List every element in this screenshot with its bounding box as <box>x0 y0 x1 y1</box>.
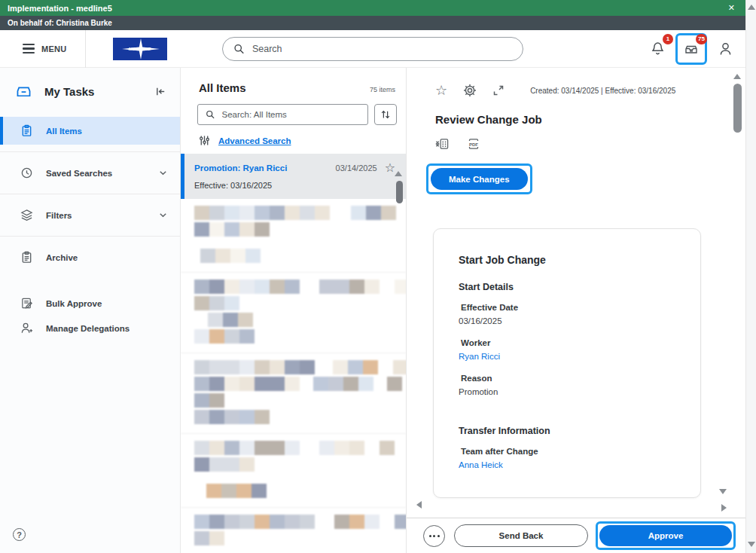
my-tasks-sidebar: My Tasks All Items <box>0 68 181 553</box>
task-list-panel: All Items 75 items <box>181 68 407 553</box>
redacted-list-item[interactable] <box>181 273 406 353</box>
app-header: MENU medline <box>0 30 745 68</box>
redacted-list-item[interactable] <box>181 353 406 434</box>
profile-button[interactable] <box>714 38 736 60</box>
notifications-button[interactable]: 1 <box>646 38 669 60</box>
sidebar-item-label: Bulk Approve <box>46 299 102 308</box>
my-tasks-icon <box>15 83 32 100</box>
field-effective-date: Effective Date 03/16/2025 <box>459 303 685 325</box>
detail-scroll-up-arrow[interactable] <box>733 74 741 79</box>
my-tasks-inbox-button[interactable]: 75 <box>680 38 703 60</box>
favorite-star-icon[interactable]: ☆ <box>385 162 395 174</box>
sidebar-divider <box>0 236 180 237</box>
window-titlebar: Implementation - medline5 ✕ <box>0 0 745 16</box>
inbox-highlight-box: 75 <box>675 33 707 65</box>
sidebar-item-label: Archive <box>46 253 78 262</box>
on-behalf-text: On behalf of: Christina Burke <box>8 19 112 27</box>
sidebar-divider <box>0 151 180 152</box>
sort-arrows-icon <box>380 109 391 120</box>
medline-logo-text: medline <box>129 47 151 51</box>
menu-button[interactable]: MENU <box>0 30 85 67</box>
sidebar-item-label: Filters <box>46 211 72 220</box>
list-search-box[interactable] <box>197 104 368 125</box>
redacted-list-item[interactable] <box>181 508 406 553</box>
close-icon[interactable]: ✕ <box>725 3 738 13</box>
sidebar-item-label: Manage Delegations <box>46 324 130 333</box>
sidebar-item-archive[interactable]: Archive <box>0 243 180 271</box>
sort-button[interactable] <box>374 104 397 125</box>
created-effective-line: Created: 03/14/2025 | Effective: 03/16/2… <box>530 87 675 95</box>
export-pdf-icon[interactable]: PDF <box>467 137 480 151</box>
more-actions-button[interactable] <box>423 525 445 547</box>
list-scrollbar-thumb[interactable] <box>396 181 403 203</box>
section-title: Start Details <box>459 282 685 292</box>
export-excel-icon[interactable] <box>435 137 450 151</box>
sidebar-item-manage-delegations[interactable]: Manage Delegations <box>0 316 180 341</box>
gear-icon[interactable] <box>463 84 477 97</box>
clock-icon <box>20 167 33 179</box>
clipboard-icon <box>20 124 33 137</box>
menu-label: MENU <box>41 44 67 53</box>
detail-scroll-right-arrow[interactable] <box>721 504 727 512</box>
help-icon[interactable]: ? <box>13 528 26 541</box>
expand-icon[interactable] <box>492 84 505 96</box>
document-pen-icon <box>20 297 33 310</box>
svg-text:PDF: PDF <box>469 142 478 147</box>
favorite-star-icon[interactable]: ☆ <box>435 84 447 97</box>
chevron-down-icon <box>158 168 168 178</box>
global-search-input[interactable] <box>252 44 512 54</box>
detail-scrollbar-thumb[interactable] <box>733 84 742 133</box>
make-changes-highlight-box: Make Changes <box>426 163 532 194</box>
detail-scroll-down-arrow[interactable] <box>719 489 727 494</box>
send-back-button[interactable]: Send Back <box>454 524 588 547</box>
sidebar-item-all-items[interactable]: All Items <box>0 117 180 145</box>
field-team-after-change: Team after Change Anna Heick <box>459 447 685 469</box>
list-item-title[interactable]: Promotion: Ryan Ricci <box>194 163 287 173</box>
list-item-date: 03/14/2025 <box>336 163 385 173</box>
sidebar-item-bulk-approve[interactable]: Bulk Approve <box>0 291 180 316</box>
approve-button[interactable]: Approve <box>599 525 732 546</box>
list-search-input[interactable] <box>222 110 360 119</box>
chevron-down-icon <box>158 210 168 220</box>
header-divider <box>85 30 86 68</box>
person-plus-icon <box>20 322 33 335</box>
archive-document-icon <box>20 251 33 264</box>
sidebar-divider <box>0 194 180 194</box>
make-changes-button[interactable]: Make Changes <box>431 168 528 190</box>
task-list: Promotion: Ryan Ricci 03/14/2025 ☆ Effec… <box>181 154 406 553</box>
collapse-panel-icon[interactable] <box>155 86 166 97</box>
advanced-search-link[interactable]: Advanced Search <box>218 136 291 145</box>
approve-highlight-box: Approve <box>596 521 736 550</box>
sidebar-item-saved-searches[interactable]: Saved Searches <box>0 159 180 187</box>
layers-icon <box>20 209 33 222</box>
notifications-badge: 1 <box>663 34 673 44</box>
sidebar-title: My Tasks <box>44 85 143 98</box>
action-footer: Send Back Approve <box>407 518 745 553</box>
page-scroll-down-arrow[interactable] <box>748 542 755 547</box>
field-reason: Reason Promotion <box>459 374 685 396</box>
app-window: Implementation - medline5 ✕ On behalf of… <box>0 0 756 553</box>
search-icon <box>233 43 245 55</box>
page-scrollbar[interactable] <box>745 0 756 553</box>
main-content: My Tasks All Items <box>0 68 745 553</box>
worker-link[interactable]: Ryan Ricci <box>459 352 685 361</box>
sidebar-item-filters[interactable]: Filters <box>0 201 180 229</box>
redacted-list-item[interactable] <box>181 199 406 273</box>
team-after-change-link[interactable]: Anna Heick <box>459 460 685 469</box>
list-title: All Items <box>199 81 370 94</box>
inbox-badge: 75 <box>696 34 707 44</box>
global-search[interactable] <box>222 37 523 61</box>
hamburger-icon <box>23 44 35 53</box>
redacted-list-item[interactable] <box>181 434 406 508</box>
list-item-effective: Effective: 03/16/2025 <box>194 181 395 190</box>
medline-logo[interactable]: medline <box>113 38 167 60</box>
bell-icon <box>651 41 665 56</box>
list-count: 75 items <box>370 86 395 93</box>
detail-scroll-left-arrow[interactable] <box>416 501 422 509</box>
page-scroll-up-arrow[interactable] <box>748 5 755 10</box>
start-job-change-card: Start Job Change Start Details Effective… <box>433 228 701 498</box>
task-detail-panel: ☆ Created: 03/14/2025 | Effective: 03/16… <box>407 68 745 553</box>
list-item-selected[interactable]: Promotion: Ryan Ricci 03/14/2025 ☆ Effec… <box>181 154 406 199</box>
person-icon <box>718 41 733 56</box>
list-scroll-up-arrow[interactable] <box>395 171 402 176</box>
